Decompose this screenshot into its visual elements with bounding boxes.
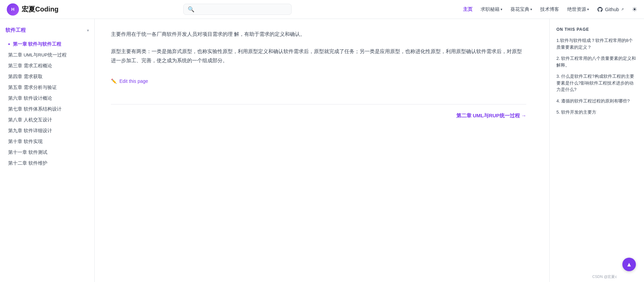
edit-page-label: Edit this page — [119, 78, 148, 84]
sidebar-item-ch8[interactable]: 第八章 人机交互设计 — [5, 115, 89, 125]
toc-title: ON THIS PAGE — [556, 27, 637, 32]
external-link-icon: ↗ — [621, 7, 624, 11]
nav-item-sunflower[interactable]: 葵花宝典 ▾ — [510, 6, 532, 13]
chevron-down-icon: ▾ — [530, 7, 532, 11]
sidebar-item-ch6[interactable]: 第六章 软件设计概论 — [5, 93, 89, 104]
sidebar-item-ch4[interactable]: 第四章 需求获取 — [5, 71, 89, 82]
github-link[interactable]: Github ↗ — [597, 6, 624, 13]
partial-top-text: 主要作用在于统一各厂商软件开发人员对项目需求的理 解，有助于需求的定义和确认。 — [111, 30, 526, 39]
sidebar-item-ch1[interactable]: 第一章 软件与软件工程 — [5, 39, 89, 50]
edit-page-link[interactable]: ✏️ Edit this page — [111, 78, 526, 84]
main-nav: 主页 求职秘籍 ▾ 葵花宝典 ▾ 技术博客 绝世资源 ▾ Github ↗ ☀ — [463, 6, 637, 13]
nav-item-resources[interactable]: 绝世资源 ▾ — [567, 6, 589, 13]
sidebar-collapse-icon[interactable]: ▾ — [87, 28, 89, 33]
sidebar-item-ch5[interactable]: 第五章 需求分析与验证 — [5, 82, 89, 93]
search-box[interactable]: 🔍 — [183, 4, 292, 15]
sidebar-item-ch2[interactable]: 第二章 UML与RUP统一过程 — [5, 50, 89, 61]
logo-icon: H — [7, 3, 19, 16]
search-input[interactable] — [197, 7, 287, 12]
content-paragraph1: 原型主要有两类：一类是抛弃式原型，也称实验性原型，利用原型定义和确认软件需求后，… — [111, 47, 526, 65]
toc-item-3[interactable]: 3. 什么是软件工程?构成软件工程的主要要素是什么?影响软件工程技术进步的动力是… — [556, 73, 637, 93]
sidebar-item-ch11[interactable]: 第十一章 软件测试 — [5, 147, 89, 158]
logo-text: 宏夏Coding — [22, 5, 59, 14]
toc-item-1[interactable]: 1.软件与软件组成？软件工程常用的8个质量要素的定义？ — [556, 37, 637, 50]
next-chapter-link[interactable]: 第二章 UML与RUP统一过程 → — [456, 113, 527, 119]
sidebar-item-ch3[interactable]: 第三章 需求工程概论 — [5, 61, 89, 71]
main-content: 主要作用在于统一各厂商软件开发人员对项目需求的理 解，有助于需求的定义和确认。 … — [95, 19, 543, 282]
theme-toggle-button[interactable]: ☀ — [632, 6, 637, 13]
toc-panel: ON THIS PAGE 1.软件与软件组成？软件工程常用的8个质量要素的定义？… — [549, 19, 644, 282]
watermark: CSDN @宏夏c — [592, 274, 617, 279]
sidebar-items-list: 第一章 软件与软件工程 第二章 UML与RUP统一过程 第三章 需求工程概论 第… — [5, 39, 89, 169]
logo-area: H 宏夏Coding — [7, 3, 95, 16]
search-icon: 🔍 — [188, 6, 194, 13]
chevron-down-icon: ▾ — [501, 7, 502, 11]
chapter-navigation: 第二章 UML与RUP统一过程 → — [111, 104, 526, 119]
page-layout: 软件工程 ▾ 第一章 软件与软件工程 第二章 UML与RUP统一过程 第三章 需… — [0, 19, 644, 282]
chevron-down-icon: ▾ — [587, 7, 589, 11]
back-to-top-button[interactable]: ▲ — [622, 258, 636, 271]
nav-item-jobs[interactable]: 求职秘籍 ▾ — [481, 6, 502, 13]
sidebar-item-ch7[interactable]: 第七章 软件体系结构设计 — [5, 104, 89, 115]
sidebar-item-ch9[interactable]: 第九章 软件详细设计 — [5, 125, 89, 136]
toc-item-4[interactable]: 4. 遵循的软件工程过程的原则有哪些? — [556, 98, 637, 104]
sidebar-item-ch10[interactable]: 第十章 软件实现 — [5, 136, 89, 147]
toc-item-5[interactable]: 5. 软件开发的主要方 — [556, 109, 637, 116]
sidebar-section-title: 软件工程 — [5, 27, 26, 33]
sidebar-section-header: 软件工程 ▾ — [5, 27, 89, 33]
edit-icon: ✏️ — [111, 78, 117, 84]
nav-item-blog[interactable]: 技术博客 — [540, 6, 559, 13]
nav-item-home[interactable]: 主页 — [463, 6, 473, 13]
github-icon — [597, 6, 603, 13]
header: H 宏夏Coding 🔍 主页 求职秘籍 ▾ 葵花宝典 ▾ 技术博客 绝世资源 … — [0, 0, 644, 19]
sidebar-item-ch12[interactable]: 第十二章 软件维护 — [5, 158, 89, 169]
toc-item-2[interactable]: 2. 软件工程常用的八个质量要素的定义和解释。 — [556, 55, 637, 68]
sidebar: 软件工程 ▾ 第一章 软件与软件工程 第二章 UML与RUP统一过程 第三章 需… — [0, 19, 95, 282]
